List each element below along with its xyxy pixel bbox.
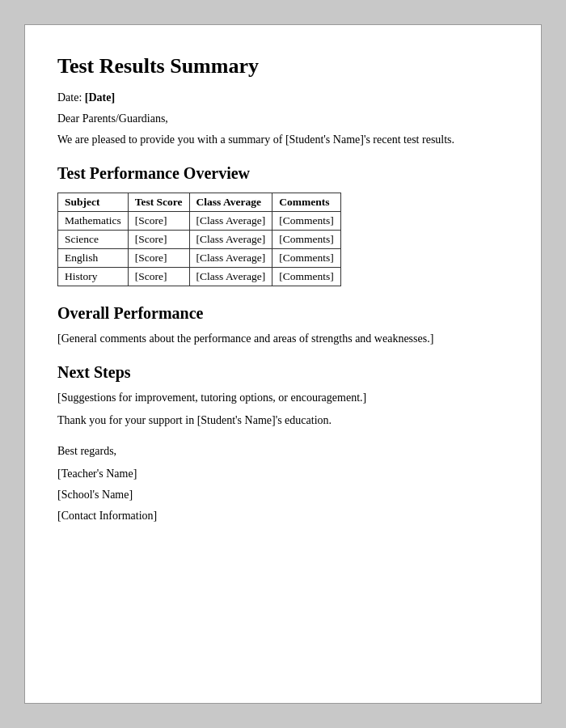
teacher-name: [Teacher's Name] — [57, 468, 509, 480]
school-name: [School's Name] — [57, 489, 509, 502]
table-cell: [Score] — [128, 249, 189, 268]
overall-text: [General comments about the performance … — [57, 332, 509, 345]
table-cell: [Score] — [128, 231, 189, 249]
section-next-steps-title: Next Steps — [57, 363, 509, 382]
table-cell: [Score] — [128, 268, 189, 286]
overall-section: Overall Performance [General comments ab… — [57, 304, 509, 345]
table-cell: History — [58, 268, 129, 286]
date-value: [Date] — [85, 91, 115, 104]
col-class-average: Class Average — [189, 193, 272, 212]
thank-you-text: Thank you for your support in [Student's… — [57, 414, 509, 427]
table-cell: [Class Average] — [189, 231, 272, 249]
suggestions-text: [Suggestions for improvement, tutoring o… — [57, 392, 509, 404]
intro-text: We are pleased to provide you with a sum… — [57, 133, 509, 146]
table-row: Mathematics[Score][Class Average][Commen… — [58, 212, 341, 231]
table-cell: [Class Average] — [189, 249, 272, 268]
date-line: Date: [Date] — [57, 91, 509, 104]
table-cell: Science — [58, 231, 129, 249]
col-subject: Subject — [58, 193, 129, 212]
table-cell: [Score] — [128, 212, 189, 231]
table-row: History[Score][Class Average][Comments] — [58, 268, 341, 286]
performance-table: Subject Test Score Class Average Comment… — [57, 193, 341, 286]
next-steps-section: Next Steps [Suggestions for improvement,… — [57, 363, 509, 427]
main-title: Test Results Summary — [57, 54, 509, 78]
table-cell: [Class Average] — [189, 212, 272, 231]
section-performance-title: Test Performance Overview — [57, 164, 509, 183]
col-test-score: Test Score — [128, 193, 189, 212]
section-overall-title: Overall Performance — [57, 304, 509, 323]
table-cell: [Comments] — [272, 212, 341, 231]
col-comments: Comments — [272, 193, 341, 212]
page-container: Test Results Summary Date: [Date] Dear P… — [24, 24, 542, 704]
table-cell: [Comments] — [272, 249, 341, 268]
salutation: Dear Parents/Guardians, — [57, 112, 509, 125]
contact-info: [Contact Information] — [57, 510, 509, 523]
regards-text: Best regards, — [57, 445, 509, 458]
table-cell: Mathematics — [58, 212, 129, 231]
table-cell: English — [58, 249, 129, 268]
table-header-row: Subject Test Score Class Average Comment… — [58, 193, 341, 212]
table-row: English[Score][Class Average][Comments] — [58, 249, 341, 268]
table-row: Science[Score][Class Average][Comments] — [58, 231, 341, 249]
table-cell: [Comments] — [272, 231, 341, 249]
date-label: Date: — [57, 91, 82, 104]
table-cell: [Comments] — [272, 268, 341, 286]
table-cell: [Class Average] — [189, 268, 272, 286]
